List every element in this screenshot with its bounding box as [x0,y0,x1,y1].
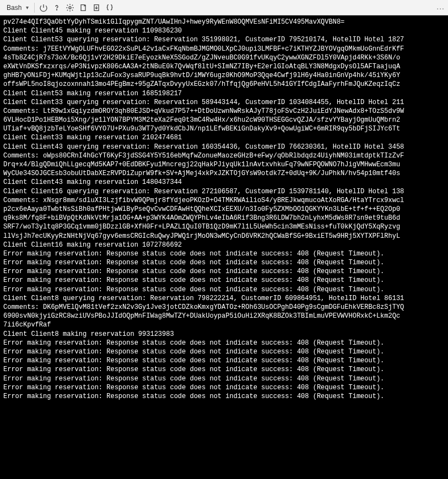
terminal-line: SRF7/woT3yltq8P3GCq1vmm0jBDzzlGB+XfH0Fr+… [3,222,445,231]
terminal-line: Comments: LtR9w1xGqiyzdmOROY3qh80EJSD+qV… [3,107,445,116]
gear-icon[interactable] [63,1,77,14]
terminal-line: Client Client43 querying reservation: Re… [3,143,445,151]
braces-icon[interactable] [103,1,116,14]
terminal-line: pv274e4QIf3QaObtYyDyhTSmik1GlIqpygmZNT/U… [3,18,445,26]
terminal-line: offsWPL5noI8qjozoxnnah13mo4PEgBmz+95gZAT… [3,80,445,89]
terminal-line: Error making reservation: Response statu… [3,258,445,267]
shell-selector-label[interactable]: Bash [2,4,26,12]
terminal-line: Client Client33 querying reservation: Re… [3,98,445,107]
terminal-toolbar: Bash ▾ ... [0,0,448,15]
terminal-line: 6VLHocD1Po1HEBMoi5Xng/je1lYON7BPYM3M2teX… [3,116,445,124]
chevron-down-icon[interactable]: ▾ [26,4,32,10]
terminal-line: Error making reservation: Response statu… [3,347,445,356]
terminal-line: Comments: oWps80CRnI4hGcYT6KyF3jdSSG4Y5Y… [3,151,445,160]
terminal-line: q9ks8M/fq8F+biBVpQtKdNkVtMrja1OG+AA+p3WY… [3,214,445,222]
toolbar-separator [34,3,35,13]
download-icon[interactable] [90,1,103,14]
overflow-menu-icon[interactable]: ... [436,2,445,11]
terminal-line: Error making reservation: Response statu… [3,276,445,285]
terminal-line: ghHB7yONiFDj+KUMqWjtlp13cZuFox3ysaRUP9uq… [3,71,445,80]
terminal-line: Error making reservation: Response statu… [3,339,445,347]
terminal-output[interactable]: pv274e4QIf3QaObtYyDyhTSmik1GlIqpygmZNT/U… [0,15,448,479]
terminal-line: Client Client16 making reservation 10727… [3,241,445,249]
terminal-line: Client Client33 making reservation 21024… [3,133,445,142]
terminal-line: Comments: xNsgr8mm/sdluXI3LzjfibvW9QPmjr… [3,196,445,205]
terminal-line: 4sTb8Z4CjR7s73oX/Bc6Qj1vY2H29DkiE7eEyozk… [3,53,445,62]
terminal-line: Error making reservation: Response statu… [3,249,445,258]
power-icon[interactable] [37,1,50,14]
help-icon[interactable] [50,1,63,14]
export-icon[interactable] [77,1,90,14]
svg-point-1 [69,7,71,9]
terminal-line: Error making reservation: Response statu… [3,267,445,276]
terminal-line: Error making reservation: Response statu… [3,356,445,365]
terminal-line: eXWtVnDKSfxzxrqs/eP3NivpzK806cAA3A+2tNBu… [3,62,445,71]
terminal-line: 7ii6cKpvfRaf [3,320,445,329]
terminal-line: Client Client53 querying reservation: Re… [3,35,445,44]
terminal-line: p2cx6eAaya0TwbtNsSiBh0afPHtjwWlByPseQvCv… [3,205,445,214]
terminal-line: Client Client43 making reservation 14804… [3,178,445,187]
terminal-line: Error making reservation: Response statu… [3,374,445,383]
terminal-line: Client Client16 querying reservation: Re… [3,187,445,196]
terminal-line: Error making reservation: Response statu… [3,392,445,401]
terminal-line: UTiaf+vBQ8jzbTeLYoeSHf6VYO7U+PXu9u3WT7yd… [3,124,445,133]
terminal-line: WyCUe34SOJGCEsb3obuUtDabXEzRVPDiZuprW9fk… [3,169,445,178]
terminal-line: Client Client53 making reservation 16851… [3,89,445,98]
terminal-line: Drq+x4/BlgQDmiQhLLgecqMd5KAP7+0EdDBKFyu1… [3,160,445,169]
terminal-line: Client Client8 making reservation 993123… [3,330,445,339]
terminal-line: Error making reservation: Response statu… [3,365,445,374]
svg-point-0 [57,9,57,10]
terminal-line: Client Client45 making reservation 11098… [3,26,445,35]
terminal-line: llVsjJh7ecUKyyRzNHtNjVq67gyv6emsCRGIcRuQ… [3,232,445,241]
terminal-line: Client Client8 querying reservation: Res… [3,294,445,303]
terminal-line: Error making reservation: Response statu… [3,285,445,294]
terminal-line: Comments: j7EEtVYWgOLUFhvEGO22xSuPL42v1a… [3,45,445,53]
terminal-line: Error making reservation: Response statu… [3,383,445,392]
terminal-line: Comments: DK6pMVElQvM81tVef2zxN2v3Gy1Jve… [3,303,445,312]
terminal-line: 6900svN0kjyiGzRC8wziUVsPBoJJIdOQpMnFIWag… [3,312,445,320]
